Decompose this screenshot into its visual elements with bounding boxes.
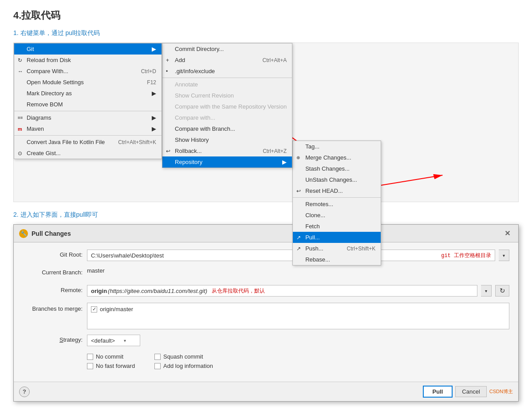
menu-item-compare-branch[interactable]: Compare with Branch... <box>162 123 292 134</box>
menu-item-diagrams[interactable]: ≡≡ Diagrams ▶ <box>14 112 162 123</box>
branch-checkbox-origin-master[interactable] <box>91 306 97 312</box>
remote-dropdown-btn[interactable]: ▾ <box>481 285 492 297</box>
menu-item-module-label: Open Module Settings <box>27 79 84 86</box>
help-button[interactable]: ? <box>19 387 30 397</box>
gitinfo-icon: • <box>166 68 168 74</box>
branch-label-origin-master: origin/master <box>100 306 133 312</box>
footer-left: ? <box>19 387 30 397</box>
no-commit-checkbox[interactable] <box>87 354 93 360</box>
menu-item-compare-with[interactable]: Compare with... <box>162 112 292 123</box>
no-commit-label: No commit <box>96 353 123 360</box>
strategy-dropdown[interactable]: <default> ▾ <box>87 335 140 346</box>
section1-label: 1. 右键菜单，通过 pull拉取代码 <box>13 29 519 37</box>
menu-item-mark-dir[interactable]: Mark Directory as ▶ <box>14 88 162 99</box>
menu-item-reset-head[interactable]: ↩ Reset HEAD... <box>293 185 381 196</box>
menu-item-gist-label: Create Gist... <box>27 150 61 156</box>
show-current-label: Show Current Revision <box>175 92 234 99</box>
menu-item-remotes[interactable]: Remotes... <box>293 199 381 210</box>
menu-item-repository[interactable]: Repository ▶ <box>162 156 292 168</box>
dialog-titlebar: 🔧 Pull Changes ✕ <box>14 225 518 242</box>
repository-label: Repository <box>175 159 202 165</box>
squash-commit-checkbox[interactable] <box>154 354 161 360</box>
current-branch-label: Current Branch: <box>23 267 87 276</box>
maven-icon: m <box>18 126 22 132</box>
branch-item-origin-master: origin/master <box>89 305 507 313</box>
add-log-checkbox[interactable] <box>154 363 161 369</box>
menu-level2: Commit Directory... + Add Ctrl+Alt+A • .… <box>162 43 292 168</box>
rollback-shortcut: Ctrl+Alt+Z <box>263 148 287 154</box>
menu-item-show-history[interactable]: Show History <box>162 134 292 145</box>
menu-item-show-current[interactable]: Show Current Revision <box>162 90 292 101</box>
menu-item-clone[interactable]: Clone... <box>293 210 381 221</box>
push-label: Push... <box>305 245 323 252</box>
reload-icon: ↻ <box>18 57 22 63</box>
remotes-label: Remotes... <box>305 201 333 207</box>
menu-item-add[interactable]: + Add Ctrl+Alt+A <box>162 55 292 66</box>
menu-item-module-settings[interactable]: Open Module Settings F12 <box>14 77 162 88</box>
dialog-body: Git Root: C:\Users\whale\Desktop\test gi… <box>14 242 518 382</box>
menu-item-commit-dir[interactable]: Commit Directory... <box>162 43 292 55</box>
git-root-dropdown-btn[interactable]: ▾ <box>499 250 509 261</box>
menu-item-gitinfo[interactable]: • .git/info/exclude <box>162 66 292 77</box>
add-shortcut: Ctrl+Alt+A <box>263 57 287 63</box>
repository-arrow: ▶ <box>282 159 287 165</box>
menu-item-pull[interactable]: ↗ Pull... <box>293 232 381 243</box>
remote-row: Remote: origin (https://gitee.com/baidu1… <box>23 285 509 297</box>
dialog-footer: ? Pull Cancel CSDN博主 <box>14 382 518 401</box>
menus-row: Git ▶ ↻ Reload from Disk ↔ Compare With.… <box>14 43 518 202</box>
compare-branch-label: Compare with Branch... <box>175 125 235 132</box>
current-branch-value: master <box>87 267 105 274</box>
commit-dir-label: Commit Directory... <box>175 46 224 52</box>
strategy-options-grid: No commit Squash commit No fast forward … <box>87 353 213 369</box>
menu-item-merge-changes[interactable]: ⊕ Merge Changes... <box>293 152 381 163</box>
branches-list: origin/master <box>87 303 509 329</box>
menu-item-compare-same[interactable]: Compare with the Same Repository Version <box>162 101 292 112</box>
git-root-value: C:\Users\whale\Desktop\test <box>91 252 437 259</box>
rollback-icon: ↩ <box>166 148 170 154</box>
convert-shortcut: Ctrl+Alt+Shift+K <box>118 139 156 145</box>
menu-item-stash[interactable]: Stash Changes... <box>293 163 381 174</box>
remote-refresh-button[interactable]: ↻ <box>495 285 509 297</box>
squash-commit-label: Squash commit <box>163 353 203 360</box>
module-shortcut: F12 <box>147 79 156 86</box>
git-root-row: Git Root: C:\Users\whale\Desktop\test gi… <box>23 250 509 262</box>
menu-item-compare[interactable]: ↔ Compare With... Ctrl+D <box>14 66 162 77</box>
csdn-watermark: CSDN博主 <box>489 388 513 395</box>
menu-item-tag[interactable]: Tag... <box>293 141 381 152</box>
context-menu-area: Git ▶ ↻ Reload from Disk ↔ Compare With.… <box>13 43 519 202</box>
unstash-label: UnStash Changes... <box>305 176 357 183</box>
menu-item-convert-java[interactable]: Convert Java File to Kotlin File Ctrl+Al… <box>14 137 162 148</box>
branches-merge-label: Branches to merge: <box>23 303 87 312</box>
page-title: 4.拉取代码 <box>13 9 519 22</box>
option-no-fast-forward: No fast forward <box>87 363 146 369</box>
menu-item-rebase[interactable]: Rebase... <box>293 254 381 265</box>
git-root-input[interactable]: C:\Users\whale\Desktop\test git 工作空格根目录 <box>87 250 495 261</box>
pull-button[interactable]: Pull <box>423 386 453 398</box>
menu-item-remove-bom[interactable]: Remove BOM <box>14 99 162 110</box>
git-root-annotation: git 工作空格根目录 <box>441 252 491 259</box>
dialog-close-button[interactable]: ✕ <box>502 228 513 238</box>
no-fast-forward-checkbox[interactable] <box>87 363 93 369</box>
menu-item-maven[interactable]: m Maven ▶ <box>14 123 162 134</box>
remote-value-italic: (https://gitee.com/baidu11.com/test.git) <box>108 288 207 294</box>
menu-item-unstash[interactable]: UnStash Changes... <box>293 174 381 185</box>
menu-item-rollback[interactable]: ↩ Rollback... Ctrl+Alt+Z <box>162 145 292 156</box>
cancel-button[interactable]: Cancel <box>455 386 486 397</box>
add-icon: + <box>166 57 169 63</box>
tag-label: Tag... <box>305 143 319 150</box>
menu-item-create-gist[interactable]: ⊙ Create Gist... <box>14 148 162 159</box>
push-shortcut: Ctrl+Shift+K <box>347 246 376 252</box>
merge-changes-label: Merge Changes... <box>305 154 351 161</box>
menu-item-annotate[interactable]: Annotate <box>162 79 292 90</box>
menu-item-fetch[interactable]: Fetch <box>293 221 381 232</box>
menu-item-git[interactable]: Git ▶ <box>14 43 162 55</box>
menu-item-reload[interactable]: ↻ Reload from Disk <box>14 55 162 66</box>
pull-changes-dialog: 🔧 Pull Changes ✕ Git Root: C:\Users\whal… <box>13 224 519 402</box>
remote-dropdown[interactable]: origin (https://gitee.com/baidu11.com/te… <box>87 285 477 297</box>
menu-item-push[interactable]: ↗ Push... Ctrl+Shift+K <box>293 243 381 254</box>
pull-icon: ↗ <box>296 234 301 241</box>
diagrams-icon: ≡≡ <box>18 115 23 120</box>
menu-separator-1 <box>14 111 162 111</box>
gitinfo-label: .git/info/exclude <box>175 68 215 74</box>
strategy-control: <default> ▾ No commit Squash commit No f… <box>87 335 509 369</box>
